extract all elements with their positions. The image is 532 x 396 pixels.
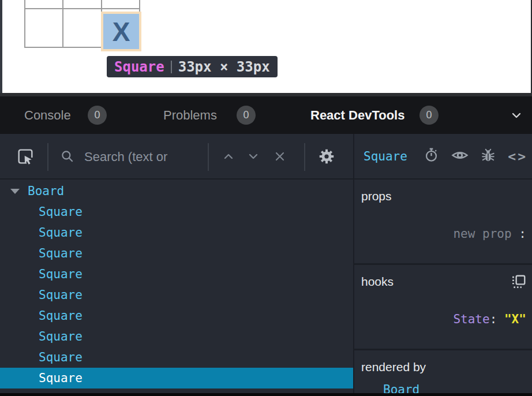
inspected-component-name: Square xyxy=(364,150,407,163)
search-icon xyxy=(60,149,75,164)
tree-row-square[interactable]: Square xyxy=(0,326,353,347)
component-inspector-panel: Square xyxy=(354,134,532,393)
tree-item-label: Square xyxy=(39,246,83,260)
bug-icon[interactable] xyxy=(481,148,496,165)
tab-problems[interactable]: Problems xyxy=(163,96,217,134)
hook-row-state[interactable]: State: "X" xyxy=(361,297,525,342)
tooltip-dimensions: 33px × 33px xyxy=(178,59,270,75)
tree-item-label: Square xyxy=(39,350,83,364)
grid-line xyxy=(62,0,63,48)
code-brackets-icon[interactable]: <> xyxy=(508,149,527,164)
prop-row-new-prop[interactable]: new prop : "" xyxy=(361,211,525,256)
rendered-by-section: rendered by Board xyxy=(354,350,532,396)
stopwatch-icon[interactable] xyxy=(424,147,439,165)
devtools-tab-bar: Console 0 Problems 0 React DevTools 0 xyxy=(0,96,532,134)
hook-state-key: State xyxy=(453,312,489,326)
tab-problems-badge: 0 xyxy=(237,106,256,125)
toolbar-divider xyxy=(304,143,305,171)
hooks-label: hooks xyxy=(361,274,525,289)
tab-console[interactable]: Console xyxy=(24,96,71,134)
tree-row-square[interactable]: Square xyxy=(0,243,353,264)
new-prop-input[interactable]: new prop xyxy=(453,227,511,241)
tree-item-label: Board xyxy=(28,184,64,198)
tree-row-square[interactable]: Square xyxy=(0,222,353,243)
parse-hook-names-icon[interactable] xyxy=(511,274,526,292)
inspect-highlight-padding: X xyxy=(101,12,141,51)
tooltip-separator xyxy=(171,61,172,73)
colon: : xyxy=(490,312,504,326)
tab-console-badge: 0 xyxy=(88,106,107,125)
tree-row-square-selected[interactable]: Square xyxy=(0,368,353,388)
square-cell-value: X xyxy=(113,16,130,47)
chevron-down-icon[interactable] xyxy=(509,108,524,125)
devtools-window: X Square 33px × 33px Console 0 Problems … xyxy=(0,0,532,396)
inspect-element-icon[interactable] xyxy=(16,147,35,166)
hooks-section: hooks State: "X" xyxy=(354,265,532,349)
tree-row-square[interactable]: Square xyxy=(0,264,353,285)
grid-line xyxy=(24,8,140,9)
tree-row-square[interactable]: Square xyxy=(0,201,353,222)
browser-page-viewport: X Square 33px × 33px xyxy=(0,0,532,93)
colon: : xyxy=(512,227,532,241)
tree-item-label: Square xyxy=(39,371,83,385)
tree-toolbar xyxy=(0,134,353,180)
tab-console-label: Console xyxy=(24,108,71,123)
search-clear-icon[interactable] xyxy=(273,150,287,163)
tab-react-devtools-label: React DevTools xyxy=(310,108,404,123)
tree-item-label: Square xyxy=(39,288,83,302)
react-devtools-panel: Board Square Square Square Square Square… xyxy=(0,134,532,393)
window-edge-bottom xyxy=(0,393,532,396)
search-next-icon[interactable] xyxy=(246,150,260,163)
props-section: props new prop : "" xyxy=(354,180,532,263)
component-tree: Board Square Square Square Square Square… xyxy=(0,181,353,388)
tooltip-component-name: Square xyxy=(114,59,164,75)
tree-row-square[interactable]: Square xyxy=(0,285,353,305)
toolbar-divider xyxy=(208,143,209,171)
tree-row-board[interactable]: Board xyxy=(0,181,353,201)
tab-react-devtools[interactable]: React DevTools xyxy=(310,96,404,134)
tab-react-devtools-badge: 0 xyxy=(419,106,439,125)
eye-icon[interactable] xyxy=(451,147,469,166)
hook-state-value[interactable]: "X" xyxy=(504,312,526,326)
tree-item-label: Square xyxy=(39,205,83,219)
inspector-toolbar: Square xyxy=(354,134,532,180)
tree-row-square[interactable]: Square xyxy=(0,305,353,326)
search-prev-icon[interactable] xyxy=(222,150,235,163)
search-input[interactable] xyxy=(84,134,204,180)
element-size-tooltip: Square 33px × 33px xyxy=(107,56,278,77)
tree-item-label: Square xyxy=(39,226,83,240)
tree-row-square[interactable]: Square xyxy=(0,347,353,368)
square-cell[interactable]: X xyxy=(103,14,139,49)
rendered-by-label: rendered by xyxy=(361,360,525,375)
expand-triangle-icon[interactable] xyxy=(10,189,20,194)
tree-item-label: Square xyxy=(39,309,83,323)
tree-item-label: Square xyxy=(39,267,83,281)
tree-item-label: Square xyxy=(39,330,83,343)
grid-line xyxy=(24,0,25,48)
window-edge-left xyxy=(0,0,2,93)
toolbar-divider xyxy=(47,143,48,171)
components-tree-panel: Board Square Square Square Square Square… xyxy=(0,134,353,393)
tab-problems-label: Problems xyxy=(163,108,217,123)
props-label: props xyxy=(361,189,525,204)
gear-icon[interactable] xyxy=(319,148,335,165)
